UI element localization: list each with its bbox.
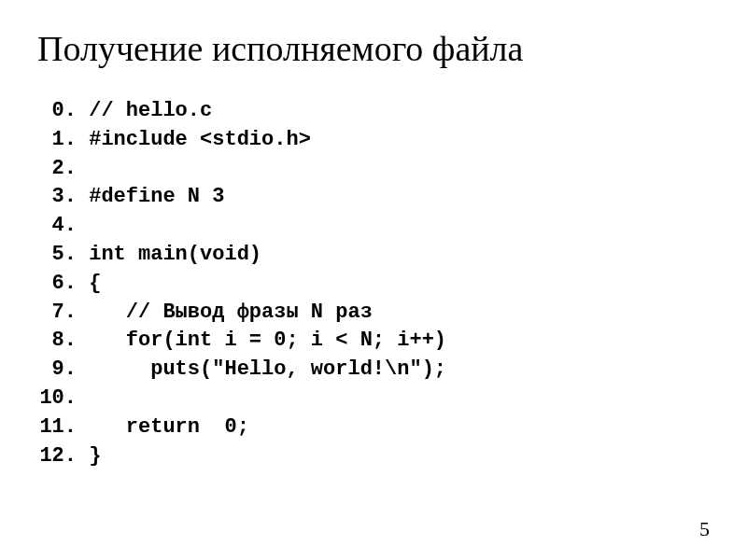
code-line: 4.	[37, 212, 710, 241]
page-number: 5	[699, 517, 710, 541]
code-text: puts("Hello, world!\n");	[77, 357, 446, 381]
code-text: int main(void)	[77, 243, 261, 266]
code-line: 0. // hello.c	[37, 97, 710, 126]
line-number: 8.	[37, 327, 77, 356]
code-line: 3. #define N 3	[37, 183, 710, 212]
code-line: 5. int main(void)	[37, 241, 710, 270]
code-text: {	[77, 272, 101, 295]
line-number: 3.	[37, 183, 77, 212]
code-line: 6. {	[37, 270, 710, 299]
line-number: 1.	[37, 126, 77, 155]
line-number: 9.	[37, 356, 77, 385]
code-line: 7. // Вывод фразы N раз	[37, 299, 710, 328]
line-number: 6.	[37, 270, 77, 299]
line-number: 0.	[37, 97, 77, 126]
line-number: 7.	[37, 299, 77, 328]
line-number: 10.	[37, 385, 77, 413]
line-number: 2.	[37, 155, 77, 184]
line-number: 12.	[37, 442, 77, 471]
line-number: 11.	[37, 413, 77, 442]
slide-title: Получение исполняемого файла	[37, 28, 710, 69]
code-line: 11. return 0;	[37, 413, 710, 442]
code-line: 1. #include <stdio.h>	[37, 126, 710, 155]
code-line: 8. for(int i = 0; i < N; i++)	[37, 327, 710, 356]
code-line: 9. puts("Hello, world!\n");	[37, 356, 710, 385]
code-line: 2.	[37, 155, 710, 184]
code-line: 10.	[37, 385, 710, 413]
code-text: }	[77, 444, 101, 468]
code-text: // hello.c	[77, 99, 212, 122]
code-text: return 0;	[77, 415, 249, 439]
code-block: 0. // hello.c 1. #include <stdio.h> 2. 3…	[37, 97, 710, 470]
code-text: #include <stdio.h>	[77, 128, 311, 151]
code-line: 12. }	[37, 442, 710, 471]
code-text: // Вывод фразы N раз	[77, 301, 373, 324]
code-text: for(int i = 0; i < N; i++)	[77, 329, 446, 352]
line-number: 4.	[37, 212, 77, 241]
code-text: #define N 3	[77, 185, 224, 208]
line-number: 5.	[37, 241, 77, 270]
